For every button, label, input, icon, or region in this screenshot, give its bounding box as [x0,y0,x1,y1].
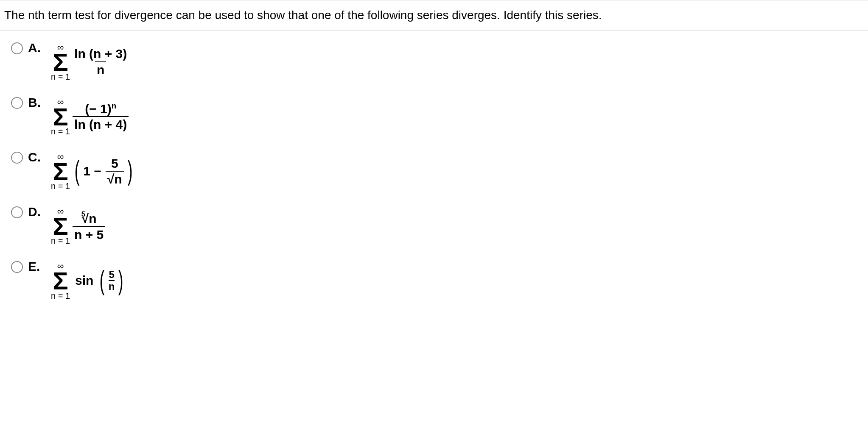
option-e[interactable]: E. ∞ Σ n = 1 sin ( 5 n ) [11,258,868,300]
option-a[interactable]: A. ∞ Σ n = 1 ln (n + 3) n [11,39,868,82]
option-d[interactable]: D. ∞ Σ n = 1 5√n n + 5 [11,203,868,246]
option-d-letter: D. [23,203,51,219]
option-d-formula: ∞ Σ n = 1 5√n n + 5 [51,203,105,246]
options-list: A. ∞ Σ n = 1 ln (n + 3) n B. ∞ [0,31,868,301]
option-c-letter: C. [23,148,51,164]
option-e-letter: E. [23,258,51,274]
option-b-formula: ∞ Σ n = 1 (− 1)n ln (n + 4) [51,94,129,136]
option-e-formula: ∞ Σ n = 1 sin ( 5 n ) [51,258,126,300]
option-c-formula: ∞ Σ n = 1 ( 1 − 5 √n ) [51,148,134,191]
option-c-frac-num: 5 [109,157,120,171]
sigma-bottom: n = 1 [51,72,70,81]
option-b-numerator: (− 1)n [83,102,118,117]
option-e-frac-num: 5 [109,270,114,280]
sigma-icon: Σ [53,161,68,183]
option-d-denominator: n + 5 [73,226,105,242]
option-c-frac-den: √n [106,171,124,186]
sigma-icon: Σ [53,51,68,73]
rparen-icon: ) [118,270,123,292]
option-b-denominator: ln (n + 4) [73,116,129,131]
radio-b[interactable] [11,97,23,109]
sigma-icon: Σ [53,106,68,128]
option-c[interactable]: C. ∞ Σ n = 1 ( 1 − 5 √n ) [11,148,868,191]
option-a-numerator: ln (n + 3) [73,47,129,61]
lparen-icon: ( [75,160,80,182]
option-a-denominator: n [95,61,106,77]
sigma-icon: Σ [53,270,68,292]
radio-d[interactable] [11,206,23,218]
rparen-icon: ) [127,160,132,182]
sigma-icon: Σ [53,215,68,237]
option-d-numerator: 5√n [80,211,98,226]
option-b-letter: B. [23,94,51,110]
lparen-icon: ( [100,270,105,292]
option-a-formula: ∞ Σ n = 1 ln (n + 3) n [51,39,129,82]
option-c-lead: 1 − [83,165,101,178]
radio-e[interactable] [11,261,23,273]
option-b[interactable]: B. ∞ Σ n = 1 (− 1)n ln (n + 4) [11,94,868,136]
question-text: The nth term test for divergence can be … [0,0,868,30]
option-e-frac-den: n [109,280,115,292]
option-e-func: sin [75,274,93,287]
option-a-letter: A. [23,39,51,55]
radio-a[interactable] [11,42,23,54]
radio-c[interactable] [11,152,23,164]
